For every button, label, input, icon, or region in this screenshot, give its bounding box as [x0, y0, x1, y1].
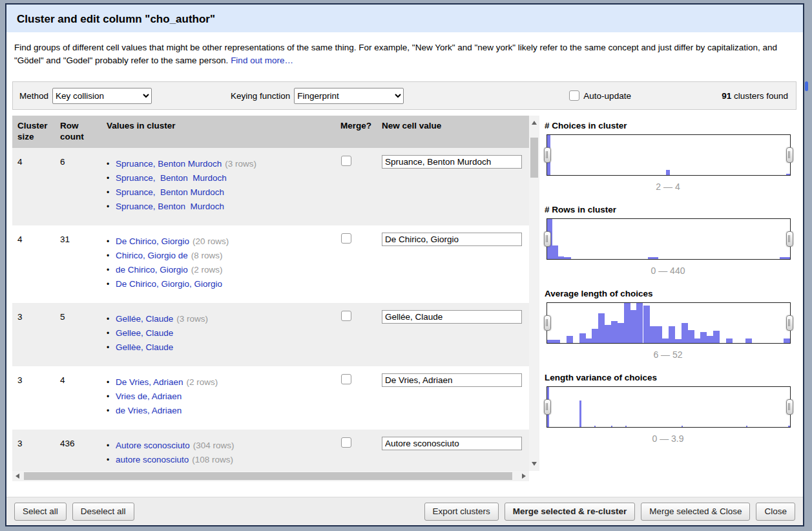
histogram-bar [788, 426, 790, 427]
header-row-count: Row count [60, 120, 92, 142]
cluster-value-link[interactable]: Gellee, Claude [116, 328, 173, 338]
bullet-icon: • [107, 313, 116, 326]
table-row: 34•De Vries, Adriaen(2 rows)•Vries de, A… [12, 366, 529, 430]
bullet-icon: • [107, 439, 116, 453]
auto-update-label: Auto-update [583, 91, 631, 101]
histogram-bar [662, 338, 669, 343]
cluster-value-link[interactable]: Gellèe, Claude [116, 342, 173, 352]
histogram-title: Average length of choices [545, 289, 797, 299]
value-row-count: (2 rows) [187, 377, 218, 387]
row-count-value: 4 [60, 375, 65, 385]
value-line: •Spruance, Benton Murdoch(3 rows) [107, 157, 333, 171]
histogram-range-label: 0 — 3.9 [545, 433, 791, 444]
close-button[interactable]: Close [756, 503, 795, 521]
table-row: 431•De Chirico, Giorgio(20 rows)•Chirico… [12, 225, 529, 303]
cluster-value-link[interactable]: Chirico, Giorgio de [116, 251, 188, 260]
range-slider-right-handle[interactable] [786, 315, 793, 331]
histogram-bar [558, 256, 564, 259]
new-cell-value-input[interactable] [382, 233, 522, 246]
range-slider-right-handle[interactable] [786, 147, 793, 163]
table-row: 35•Gellée, Claude(3 rows)•Gellee, Claude… [12, 303, 529, 366]
find-out-more-link[interactable]: Find out more… [231, 56, 293, 65]
value-line: •De Vries, Adriaen(2 rows) [107, 375, 333, 390]
bullet-icon: • [107, 249, 116, 263]
new-cell-value-input[interactable] [382, 437, 522, 450]
bullet-icon: • [107, 264, 116, 277]
cluster-value-link[interactable]: De Chirico, Giorgio, Giorgio [116, 279, 222, 289]
new-cell-value-input[interactable] [382, 155, 522, 169]
method-select[interactable]: Key collision [52, 88, 152, 104]
histogram-bar [675, 339, 682, 343]
range-slider-left-handle[interactable] [544, 231, 551, 247]
bullet-icon: • [107, 186, 116, 200]
vertical-scrollbar[interactable] [529, 116, 539, 471]
value-line: •De Chirico, Giorgio, Giorgio [107, 277, 333, 291]
histogram-bar [643, 306, 650, 343]
export-clusters-button[interactable]: Export clusters [424, 503, 499, 521]
keying-function-label: Keying function [231, 91, 290, 101]
value-row-count: (3 rows) [176, 314, 208, 324]
histogram-bar [784, 338, 790, 343]
horizontal-scrollbar[interactable] [12, 471, 529, 481]
new-cell-value-input[interactable] [382, 373, 522, 387]
table-header-row: Cluster size Row count Values in cluster… [12, 116, 529, 148]
histogram-bar [564, 257, 571, 259]
cluster-value-link[interactable]: Gellée, Claude [116, 314, 173, 324]
histogram-bar [598, 313, 605, 344]
values-list: •Autore sconosciuto(304 rows)•autore sco… [107, 430, 333, 471]
keying-function-select[interactable]: Fingerprint [294, 88, 404, 104]
histogram-bar [713, 331, 720, 343]
header-values-in-cluster: Values in cluster [107, 120, 176, 131]
scroll-left-icon[interactable] [16, 474, 19, 479]
scroll-up-icon[interactable] [532, 121, 537, 125]
values-list: •Gellée, Claude(3 rows)•Gellee, Claude•G… [107, 303, 333, 366]
value-row-count: (3 rows) [225, 159, 256, 169]
histogram-range-label: 0 — 440 [545, 266, 791, 276]
header-new-cell-value: New cell value [382, 120, 441, 131]
merge-checkbox[interactable] [341, 437, 351, 448]
merge-checkbox[interactable] [341, 156, 351, 166]
cluster-value-link[interactable]: De Vries, Adriaen [116, 377, 183, 387]
cluster-value-link[interactable]: Autore sconosciuto [116, 441, 190, 450]
horizontal-scroll-thumb[interactable] [24, 472, 512, 480]
dialog-footer: Select all Deselect all Export clusters … [6, 497, 803, 525]
range-slider-left-handle[interactable] [544, 399, 551, 415]
cluster-value-link[interactable]: Spruance, Benton Murdoch [116, 187, 224, 197]
merge-checkbox[interactable] [341, 311, 351, 321]
bullet-icon: • [107, 278, 116, 291]
cluster-value-link[interactable]: Vries de, Adriaen [116, 391, 182, 401]
deselect-all-button[interactable]: Deselect all [72, 503, 134, 521]
histogram-bar [630, 310, 637, 343]
merge-selected-close-button[interactable]: Merge selected & Close [641, 503, 750, 521]
value-line: •Chirico, Giorgio de(8 rows) [107, 249, 333, 263]
merge-checkbox[interactable] [341, 374, 351, 384]
value-row-count: (20 rows) [193, 236, 229, 246]
histogram-plot [547, 218, 791, 260]
histogram-bar [579, 401, 581, 427]
cluster-value-link[interactable]: De Chirico, Giorgio [116, 236, 189, 246]
cluster-value-link[interactable]: de Chirico, Giorgio [116, 265, 188, 275]
cluster-value-link[interactable]: Spruance, Benton Murdoch [116, 159, 222, 169]
bullet-icon: • [107, 390, 116, 404]
histogram-bar [611, 321, 618, 343]
merge-checkbox[interactable] [341, 233, 351, 244]
cluster-value-link[interactable]: Spruance, Benton Murdoch [116, 173, 227, 183]
cluster-value-link[interactable]: autore sconosciuto [116, 455, 189, 464]
scroll-down-icon[interactable] [532, 462, 537, 466]
merge-selected-recluster-button[interactable]: Merge selected & re-cluster [505, 503, 635, 521]
value-line: •Spruance, Benton Murdoch [107, 200, 333, 214]
auto-update-checkbox[interactable] [569, 90, 579, 101]
range-slider-right-handle[interactable] [786, 231, 793, 247]
new-cell-value-input[interactable] [382, 310, 522, 324]
range-slider-left-handle[interactable] [544, 147, 551, 163]
range-slider-left-handle[interactable] [544, 315, 551, 331]
select-all-button[interactable]: Select all [14, 503, 67, 521]
histogram-bar [611, 426, 612, 427]
scroll-right-icon[interactable] [522, 474, 526, 479]
cluster-value-link[interactable]: de Vries, Adriaen [116, 406, 182, 415]
histogram-bar [780, 257, 790, 259]
vertical-scroll-thumb[interactable] [530, 138, 538, 178]
range-slider-right-handle[interactable] [786, 399, 793, 415]
cluster-value-link[interactable]: Spruance, Benton Murdoch [116, 202, 224, 211]
histogram-bar [618, 323, 624, 343]
